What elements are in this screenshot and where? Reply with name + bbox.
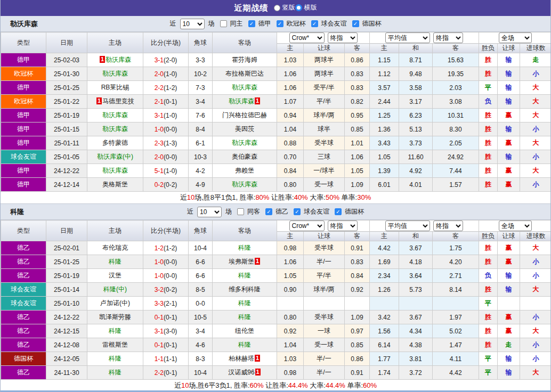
corner-score: 4-2 bbox=[189, 164, 213, 178]
away-team-name: 纽伦堡 bbox=[235, 327, 254, 334]
scope-select[interactable]: 全场 bbox=[499, 220, 532, 231]
checkbox[interactable]: ✓ bbox=[335, 208, 342, 215]
avg-home-odds: 2.44 bbox=[370, 95, 399, 109]
summary-segment: 10 bbox=[187, 193, 195, 201]
avg-away-odds: 2.03 bbox=[433, 81, 479, 95]
result-handicap: 赢 bbox=[498, 109, 520, 123]
fulltime-score: 2-2 bbox=[155, 369, 164, 377]
checkbox[interactable]: ✓ bbox=[311, 20, 318, 27]
league-badge: 德国杯 bbox=[1, 352, 46, 366]
match-date: 24-12-08 bbox=[46, 338, 87, 352]
halftime-score: (0-1) bbox=[164, 369, 177, 377]
handicap-odds-away: 1.09 bbox=[345, 178, 370, 192]
avg-final-select[interactable]: 终指 bbox=[433, 220, 463, 231]
halftime-score: (0-1) bbox=[164, 314, 177, 321]
result-outcome: 胜 bbox=[479, 136, 498, 150]
result-outcome: 胜 bbox=[479, 67, 498, 81]
avg-select[interactable]: 平均值 bbox=[385, 220, 430, 231]
avg-draw-odds: 9.48 bbox=[399, 67, 433, 81]
home-team: 科隆(中) bbox=[87, 283, 143, 297]
handicap-odds-home: 0.88 bbox=[277, 136, 304, 150]
avg-draw-odds: 4.38 bbox=[399, 338, 433, 352]
match-date: 25-01-19 bbox=[46, 269, 87, 283]
checkbox[interactable]: ✓ bbox=[265, 208, 272, 215]
handicap-odds-away: 1.05 bbox=[345, 164, 370, 178]
corner-score: 3-4 bbox=[189, 95, 213, 109]
recent-count-select[interactable]: 10 bbox=[180, 19, 205, 29]
table-row: 德乙25-01-25科隆1-0(0-0)6-6埃弗斯堡11.06半/一0.831… bbox=[1, 255, 551, 269]
checkbox[interactable]: ✓ bbox=[294, 208, 301, 215]
results-table: 类型日期主场比分(半场)角球客场Crow*终指平均值终指全场主让球客主和客胜负让… bbox=[1, 220, 551, 380]
column-header-type: 类型 bbox=[1, 220, 46, 241]
home-team: 汉堡 bbox=[87, 269, 143, 283]
result-goals: 大 bbox=[520, 283, 551, 297]
result-goals: 大 bbox=[520, 81, 551, 95]
result-handicap: 赢 bbox=[498, 311, 520, 324]
summary-segment: 大率: bbox=[308, 193, 326, 201]
home-team-name: 卢加诺(中) bbox=[100, 299, 130, 307]
match-date: 25-01-25 bbox=[46, 255, 87, 269]
home-team-name: 汉堡 bbox=[109, 272, 121, 279]
table-row: 德乙24-12-15科隆3-1(3-0)3-4纽伦堡0.92一球0.971.56… bbox=[1, 324, 551, 338]
avg-home-odds: 1.05 bbox=[370, 150, 399, 164]
odds-final-select[interactable]: 终指 bbox=[328, 220, 358, 231]
match-date: 25-01-11 bbox=[46, 136, 87, 150]
handicap-odds-home: 1.04 bbox=[277, 123, 304, 136]
checkbox[interactable] bbox=[220, 20, 227, 27]
avg-home-odds: 1.77 bbox=[370, 352, 399, 366]
odds-final-select[interactable]: 终指 bbox=[328, 32, 358, 43]
handicap-odds-home: 1.07 bbox=[277, 95, 304, 109]
result-outcome: 胜 bbox=[479, 178, 498, 192]
layout-radio[interactable]: 竖版 bbox=[274, 3, 295, 12]
table-row: 德甲25-01-15勒沃库森1-0(0-0)8-4美因茨1.04球半0.851.… bbox=[1, 123, 551, 136]
red-card-badge: 1 bbox=[96, 97, 102, 104]
fulltime-score: 5-1 bbox=[155, 167, 164, 175]
result-goals bbox=[520, 297, 551, 311]
match-score: 3-1(3-0) bbox=[143, 324, 189, 338]
scope-select[interactable]: 全场 bbox=[499, 32, 532, 43]
checkbox[interactable]: ✓ bbox=[277, 20, 283, 27]
result-outcome: 胜 bbox=[479, 338, 498, 352]
table-row: 德乙24-12-08雷根斯堡0-1(0-1)4-6科隆1.04受一球0.856.… bbox=[1, 338, 551, 352]
home-team: 勒沃库森 bbox=[87, 67, 143, 81]
same-venue-label: 同主 bbox=[230, 19, 244, 28]
recent-count-select[interactable]: 10 bbox=[197, 207, 222, 217]
table-row: 德甲24-12-14奥格斯堡0-2(0-2)4-9勒沃库森0.80受一球1.09… bbox=[1, 178, 551, 192]
column-subheader: 和 bbox=[399, 232, 433, 241]
radio-icon[interactable] bbox=[274, 5, 280, 11]
avg-select[interactable]: 平均值 bbox=[385, 32, 430, 43]
avg-final-select[interactable]: 终指 bbox=[433, 32, 463, 43]
table-row: 欧冠杯25-01-221马德里竞技2-1(0-1)3-4勒沃库森11.07平/半… bbox=[1, 95, 551, 109]
home-team: 科隆 bbox=[87, 352, 143, 366]
fulltime-score: 1-0 bbox=[155, 126, 164, 133]
home-team: 勒沃库森 bbox=[87, 123, 143, 136]
avg-draw-odds: 5.13 bbox=[399, 123, 433, 136]
checkbox[interactable] bbox=[237, 208, 244, 215]
result-goals: 小 bbox=[520, 352, 551, 366]
match-date: 25-01-19 bbox=[46, 109, 87, 123]
column-subheader: 客 bbox=[433, 232, 479, 241]
result-goals: 大 bbox=[520, 136, 551, 150]
column-subheader: 主 bbox=[277, 44, 304, 53]
layout-radio[interactable]: 横版 bbox=[295, 3, 317, 12]
radio-icon[interactable] bbox=[295, 4, 302, 11]
table-row: 德甲25-02-031勒沃库森3-1(2-0)3-3霍芬海姆1.03两球半0.8… bbox=[1, 53, 551, 67]
result-goals: 大 bbox=[520, 95, 551, 109]
odds-dropdown-cell: Crow*终指 bbox=[277, 220, 370, 232]
handicap-odds-away: 0.95 bbox=[345, 109, 370, 123]
away-team: 科隆 bbox=[213, 269, 277, 283]
checkbox[interactable]: ✓ bbox=[248, 20, 255, 27]
halftime-score: (1-2) bbox=[164, 244, 177, 252]
corner-score: 3-4 bbox=[189, 324, 213, 338]
odds-company-select[interactable]: Crow* bbox=[289, 32, 325, 43]
avg-home-odds bbox=[370, 297, 399, 311]
result-handicap: 输 bbox=[498, 352, 520, 366]
fulltime-score: 0-2 bbox=[155, 181, 164, 189]
home-team-name: 科隆(中) bbox=[103, 285, 127, 293]
handicap-odds-home: 0.94 bbox=[277, 109, 304, 123]
match-date: 25-01-15 bbox=[46, 123, 87, 136]
odds-company-select[interactable]: Crow* bbox=[289, 220, 325, 231]
avg-home-odds: 6.14 bbox=[370, 338, 399, 352]
handicap-line: 两球半 bbox=[304, 67, 345, 81]
checkbox[interactable]: ✓ bbox=[352, 20, 359, 27]
